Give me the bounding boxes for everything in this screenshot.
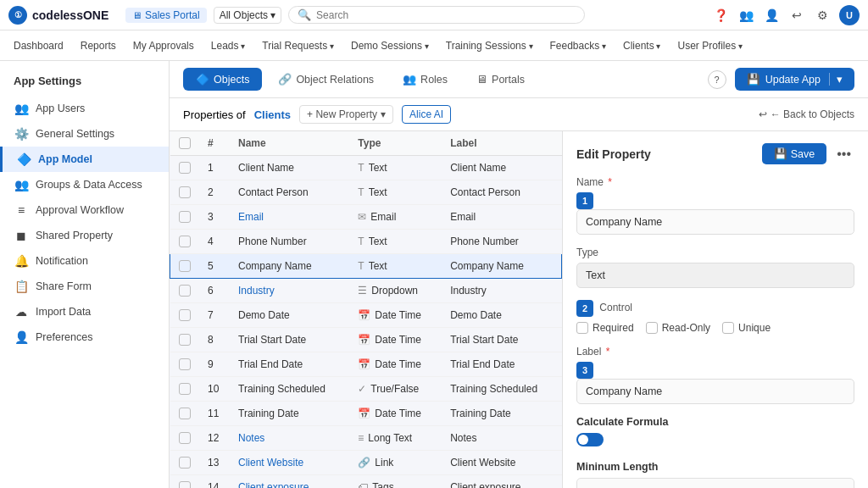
row-number: 13 — [199, 451, 230, 475]
sidebar-item-share-form[interactable]: 📋 Share Form — [0, 274, 169, 299]
table-row[interactable]: 6 Industry ☰ Dropdown Industry — [170, 279, 562, 303]
table-row[interactable]: 14 Client exposure 🏷 Tags Client exposur… — [170, 475, 562, 489]
sidebar-item-label: Groups & Data Access — [36, 179, 142, 191]
row-checkbox[interactable] — [179, 408, 191, 419]
row-type: 📅 Date Time — [349, 303, 442, 328]
row-name: Trial Start Date — [230, 328, 349, 352]
table-row[interactable]: 3 Email ✉ Email Email — [170, 205, 562, 230]
unique-checkbox-label[interactable]: Unique — [722, 322, 771, 334]
app-model-icon: 🔷 — [16, 152, 31, 166]
users-icon[interactable]: 👥 — [737, 7, 754, 24]
search-bar[interactable]: 🔍 — [288, 6, 585, 24]
type-input[interactable] — [576, 263, 854, 288]
nav-my-approvals[interactable]: My Approvals — [133, 40, 194, 52]
new-property-button[interactable]: + New Property ▾ — [299, 105, 393, 124]
read-only-checkbox-label[interactable]: Read-Only — [646, 322, 710, 334]
nav-demo-sessions[interactable]: Demo Sessions — [351, 40, 429, 52]
row-name: Trial End Date — [230, 352, 349, 377]
row-checkbox[interactable] — [179, 432, 191, 444]
row-checkbox[interactable] — [179, 334, 191, 346]
sidebar-item-label: General Settings — [36, 128, 114, 140]
table-row[interactable]: 8 Trial Start Date 📅 Date Time Trial Sta… — [170, 328, 562, 352]
sidebar-item-app-users[interactable]: 👥 App Users — [0, 96, 169, 121]
row-checkbox[interactable] — [179, 162, 191, 174]
nav-user-profiles[interactable]: User Profiles — [677, 40, 742, 52]
nav-dashboard[interactable]: Dashboard — [14, 40, 64, 52]
row-checkbox[interactable] — [179, 457, 191, 469]
row-checkbox[interactable] — [179, 186, 191, 198]
sidebar-item-import-data[interactable]: ☁ Import Data — [0, 299, 169, 324]
sidebar-item-groups[interactable]: 👥 Groups & Data Access — [0, 172, 169, 197]
add-user-icon[interactable]: 👤 — [763, 7, 780, 24]
all-objects-button[interactable]: All Objects ▾ — [214, 7, 281, 24]
required-checkbox[interactable] — [576, 322, 588, 334]
table-row[interactable]: 11 Training Date 📅 Date Time Training Da… — [170, 402, 562, 426]
avatar[interactable]: U — [839, 5, 860, 25]
row-checkbox[interactable] — [179, 481, 191, 488]
row-name: Email — [230, 205, 349, 230]
row-checkbox[interactable] — [179, 236, 191, 247]
content-help-icon[interactable]: ? — [708, 70, 726, 89]
help-icon[interactable]: ❓ — [712, 7, 729, 24]
row-checkbox[interactable] — [179, 383, 191, 395]
search-input[interactable] — [316, 9, 576, 21]
properties-table-container: # Name Type Label 1 Client Name T Text — [170, 131, 563, 488]
row-label: Training Date — [442, 402, 561, 426]
logo-icon: ① — [8, 6, 27, 25]
alice-ai-button[interactable]: Alice AI — [402, 105, 451, 124]
type-icon: 🏷 — [358, 481, 368, 488]
row-checkbox[interactable] — [179, 309, 191, 321]
table-row[interactable]: 9 Trial End Date 📅 Date Time Trial End D… — [170, 352, 562, 377]
settings-icon[interactable]: ⚙ — [814, 7, 831, 24]
row-checkbox[interactable] — [179, 260, 191, 272]
sidebar-item-shared-property[interactable]: ◼ Shared Property — [0, 223, 169, 248]
sidebar-item-general-settings[interactable]: ⚙️ General Settings — [0, 121, 169, 147]
save-icon: 💾 — [774, 147, 787, 160]
table-row[interactable]: 7 Demo Date 📅 Date Time Demo Date — [170, 303, 562, 328]
table-row[interactable]: 5 Company Name T Text Company Name — [170, 254, 562, 279]
required-checkbox-label[interactable]: Required — [576, 322, 634, 334]
label-input[interactable] — [576, 379, 854, 404]
sidebar-item-label: App Users — [36, 103, 85, 114]
save-button[interactable]: 💾 Save — [762, 143, 827, 164]
row-checkbox[interactable] — [179, 285, 191, 297]
nav-clients[interactable]: Clients — [623, 40, 660, 52]
nav-trial-requests[interactable]: Trial Requests — [262, 40, 334, 52]
table-row[interactable]: 4 Phone Number T Text Phone Number — [170, 230, 562, 254]
logo-area: ① codelessONE — [8, 6, 119, 25]
tab-portals[interactable]: 🖥 Portals — [464, 68, 537, 91]
more-options-button[interactable]: ••• — [833, 147, 854, 162]
row-checkbox[interactable] — [179, 358, 191, 370]
sidebar-item-app-model[interactable]: 🔷 App Model — [0, 147, 169, 172]
table-row[interactable]: 2 Contact Person T Text Contact Person — [170, 180, 562, 205]
general-settings-icon: ⚙️ — [14, 127, 29, 141]
table-row[interactable]: 1 Client Name T Text Client Name — [170, 156, 562, 180]
name-input[interactable] — [576, 209, 854, 235]
update-app-button[interactable]: 💾 Update App ▾ — [735, 68, 854, 91]
min-length-input[interactable] — [576, 478, 854, 488]
nav-leads[interactable]: Leads — [211, 40, 245, 52]
unique-checkbox[interactable] — [722, 322, 734, 334]
nav-reports[interactable]: Reports — [81, 40, 116, 52]
sidebar-item-notification[interactable]: 🔔 Notification — [0, 248, 169, 274]
table-row[interactable]: 10 Training Scheduled ✓ True/False Train… — [170, 377, 562, 402]
read-only-checkbox[interactable] — [646, 322, 658, 334]
table-row[interactable]: 13 Client Website 🔗 Link Client Website — [170, 451, 562, 475]
properties-table: # Name Type Label 1 Client Name T Text — [170, 131, 562, 488]
clients-link[interactable]: Clients — [254, 108, 291, 121]
select-all-checkbox[interactable] — [179, 137, 191, 149]
tab-objects[interactable]: 🔷 Objects — [183, 68, 262, 91]
update-app-label: Update App — [765, 74, 821, 86]
nav-training-sessions[interactable]: Training Sessions — [446, 40, 533, 52]
nav-feedbacks[interactable]: Feedbacks — [550, 40, 606, 52]
calculate-formula-toggle[interactable] — [576, 433, 604, 446]
tab-roles[interactable]: 👥 Roles — [390, 68, 460, 91]
all-objects-label: All Objects — [220, 9, 268, 21]
tab-object-relations[interactable]: 🔗 Object Relations — [265, 68, 387, 91]
row-checkbox[interactable] — [179, 211, 191, 223]
back-to-objects-button[interactable]: ↩ ← Back to Objects — [759, 108, 854, 120]
table-row[interactable]: 12 Notes ≡ Long Text Notes — [170, 426, 562, 451]
history-icon[interactable]: ↩ — [788, 7, 805, 24]
sidebar-item-approval-workflow[interactable]: ≡ Approval Workflow — [0, 197, 169, 223]
sidebar-item-preferences[interactable]: 👤 Preferences — [0, 324, 169, 350]
